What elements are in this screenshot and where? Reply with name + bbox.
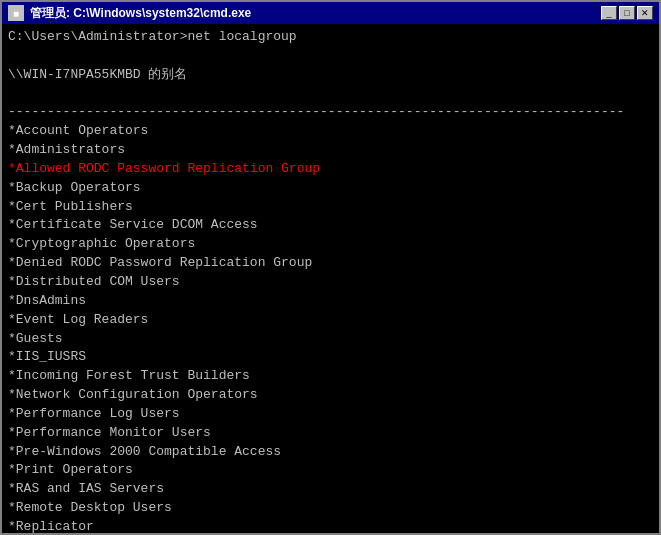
- title-buttons: _ □ ✕: [601, 6, 653, 20]
- blank-line-2: [8, 85, 653, 104]
- group-item: *Administrators: [8, 141, 653, 160]
- separator-line: ----------------------------------------…: [8, 103, 653, 122]
- group-item: *Cryptographic Operators: [8, 235, 653, 254]
- group-item: *Replicator: [8, 518, 653, 533]
- groups-list: *Account Operators*Administrators*Allowe…: [8, 122, 653, 533]
- alias-header: \\WIN-I7NPA55KMBD 的别名: [8, 66, 653, 85]
- group-item: *Performance Monitor Users: [8, 424, 653, 443]
- group-item: *DnsAdmins: [8, 292, 653, 311]
- group-item: *Network Configuration Operators: [8, 386, 653, 405]
- group-item: *Print Operators: [8, 461, 653, 480]
- group-item: *Cert Publishers: [8, 198, 653, 217]
- window-title: 管理员: C:\Windows\system32\cmd.exe: [30, 5, 251, 22]
- group-item: *Certificate Service DCOM Access: [8, 216, 653, 235]
- group-item: *Performance Log Users: [8, 405, 653, 424]
- title-bar: ■ 管理员: C:\Windows\system32\cmd.exe _ □ ✕: [2, 2, 659, 24]
- group-item: *Allowed RODC Password Replication Group: [8, 160, 653, 179]
- group-item: *Event Log Readers: [8, 311, 653, 330]
- prompt-line: C:\Users\Administrator>net localgroup: [8, 28, 653, 47]
- group-item: *RAS and IAS Servers: [8, 480, 653, 499]
- minimize-button[interactable]: _: [601, 6, 617, 20]
- group-item: *Backup Operators: [8, 179, 653, 198]
- group-item: *Remote Desktop Users: [8, 499, 653, 518]
- group-item: *Account Operators: [8, 122, 653, 141]
- blank-line-1: [8, 47, 653, 66]
- group-item: *Denied RODC Password Replication Group: [8, 254, 653, 273]
- maximize-button[interactable]: □: [619, 6, 635, 20]
- group-item: *IIS_IUSRS: [8, 348, 653, 367]
- group-item: *Pre-Windows 2000 Compatible Access: [8, 443, 653, 462]
- group-item: *Incoming Forest Trust Builders: [8, 367, 653, 386]
- window-icon: ■: [8, 5, 24, 21]
- group-item: *Distributed COM Users: [8, 273, 653, 292]
- close-button[interactable]: ✕: [637, 6, 653, 20]
- group-item: *Guests: [8, 330, 653, 349]
- terminal-content[interactable]: C:\Users\Administrator>net localgroup \\…: [2, 24, 659, 533]
- cmd-window: ■ 管理员: C:\Windows\system32\cmd.exe _ □ ✕…: [0, 0, 661, 535]
- title-bar-left: ■ 管理员: C:\Windows\system32\cmd.exe: [8, 5, 251, 22]
